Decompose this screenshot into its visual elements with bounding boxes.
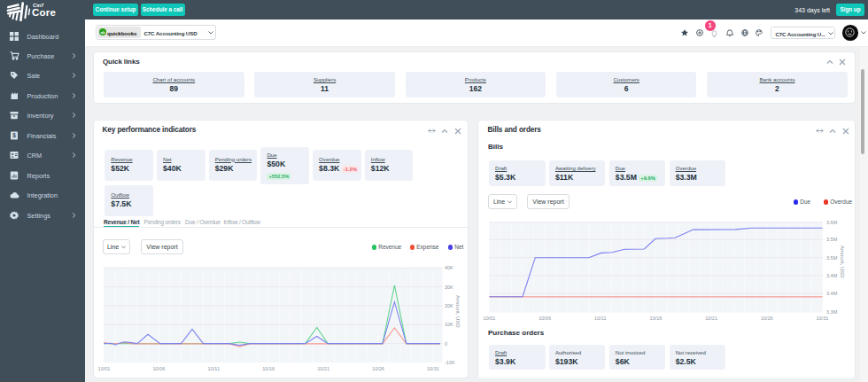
- svg-text:qb: qb: [100, 30, 105, 35]
- svg-text:$: $: [12, 132, 16, 139]
